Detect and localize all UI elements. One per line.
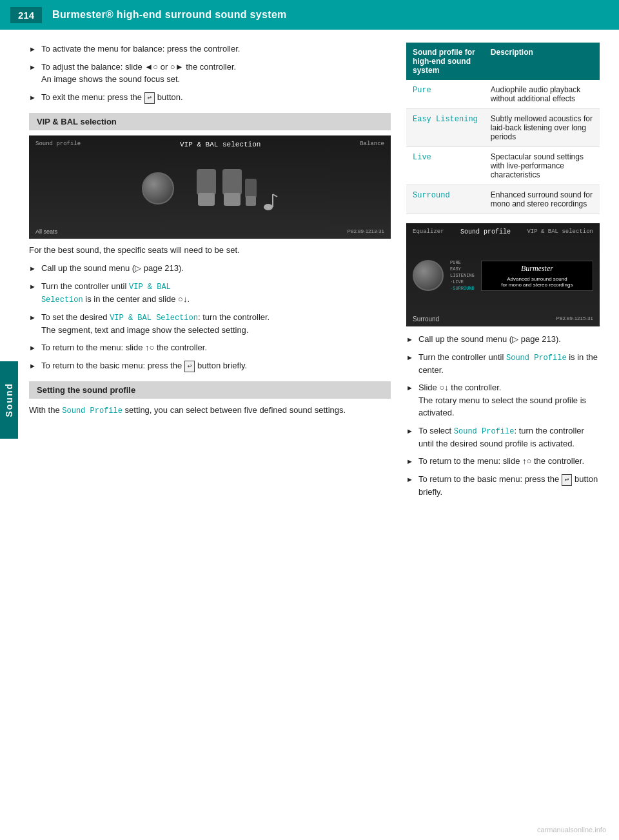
bullet-item: ► To return to the menu: slide ↑○ the co… (29, 341, 391, 354)
vip-bal-section-title: VIP & BAL selection (29, 113, 391, 130)
bullet-item: ► To adjust the balance: slide ◄○ or ○► … (29, 61, 391, 86)
right-column: Sound profile forhigh-end soundsystem De… (406, 43, 600, 504)
sp-menu: PURE EASY LISTENING ·LIVE ·SURROUND (450, 260, 475, 291)
sound-profile-table: Sound profile forhigh-end soundsystem De… (406, 43, 600, 214)
sp-desc: Advanced surround soundfor mono and ster… (487, 276, 587, 288)
bullet-arrow: ► (29, 343, 36, 354)
profile-desc-surround: Enhanced surround sound for mono and ste… (484, 185, 600, 214)
sp-menu-easy: EASY (450, 266, 475, 272)
bullet-text: To return to the basic menu: press the ↩… (41, 359, 391, 373)
vip-ref: P82.89-1213-31 (348, 228, 384, 235)
profile-name-surround: Surround (413, 191, 450, 200)
bullet-item: ► Slide ○↓ the controller.The rotary men… (406, 381, 600, 419)
main-content: ► To activate the menu for balance: pres… (0, 30, 619, 517)
sp-body: PURE EASY LISTENING ·LIVE ·SURROUND Burm… (413, 235, 593, 315)
bullet-text: To exit the menu: press the ↩ button. (41, 91, 391, 105)
sound-profile-mono: Sound Profile (62, 406, 123, 415)
svg-rect-1 (198, 193, 215, 206)
bullet-arrow: ► (406, 352, 413, 377)
svg-rect-0 (197, 169, 216, 195)
profile-desc-easy: Subtly mellowed acoustics for laid-back … (484, 109, 600, 147)
sp-menu-live: ·LIVE (450, 279, 475, 285)
profile-desc-pure: Audiophile audio playback without additi… (484, 80, 600, 109)
bullet-arrow: ► (29, 281, 36, 306)
bullet-arrow: ► (29, 62, 36, 86)
sp-text-box: Burmester Advanced surround soundfor mon… (481, 261, 593, 291)
sp-vip-label: VIP & BAL selection (527, 228, 593, 235)
svg-line-8 (273, 194, 277, 197)
body-text-seats: For the best sound, the specific seats w… (29, 244, 391, 257)
bullet-text: To adjust the balance: slide ◄○ or ○► th… (41, 61, 391, 86)
bullet-arrow: ► (406, 334, 413, 346)
vip-label-sound: Sound profile (35, 141, 81, 148)
sp-footer-label: Surround (413, 315, 439, 323)
sp-center-title: Sound profile (460, 228, 511, 235)
table-header-description: Description (484, 43, 600, 80)
bullet-text: Slide ○↓ the controller.The rotary menu … (418, 381, 600, 419)
header-bar: 214 Burmester® high-end surround sound s… (0, 0, 619, 30)
table-row: Live Spectacular sound settings with liv… (406, 147, 600, 185)
bullet-arrow: ► (29, 361, 36, 373)
profile-desc-live: Spectacular sound settings with live-per… (484, 147, 600, 185)
footer-watermark: carmanualsonline.info (537, 826, 606, 834)
left-column: ► To activate the menu for balance: pres… (29, 43, 391, 504)
vip-knob (142, 172, 174, 205)
bullet-text: Call up the sound menu (▷ page 213). (41, 262, 391, 275)
side-tab-label: Sound (4, 383, 14, 417)
sp-menu-listening: LISTENING (450, 273, 475, 278)
bullet-text: Call up the sound menu (▷ page 213). (418, 333, 600, 346)
bullet-item: ► Turn the controller until Sound Profil… (406, 351, 600, 377)
bullet-arrow: ► (406, 426, 413, 450)
vip-all-seats-label: All seats (35, 228, 57, 235)
vip-bal-image: Sound profile VIP & BAL selection Balanc… (29, 135, 391, 239)
table-row: Easy Listening Subtly mellowed acoustics… (406, 109, 600, 147)
svg-rect-2 (222, 169, 242, 195)
header-title: Burmester® high-end surround sound syste… (52, 9, 287, 21)
bullet-item: ► Call up the sound menu (▷ page 213). (406, 333, 600, 346)
bullet-text: To set the desired VIP & BAL Selection: … (41, 311, 391, 337)
sound-profile-image: Equalizer Sound profile VIP & BAL select… (406, 223, 600, 326)
bullet-text: Turn the controller until VIP & BALSelec… (41, 280, 391, 306)
bullet-arrow: ► (406, 456, 413, 468)
bullet-arrow: ► (406, 383, 413, 419)
seats-svg (193, 166, 258, 211)
bullet-arrow: ► (29, 92, 36, 105)
bullet-item: ► To set the desired VIP & BAL Selection… (29, 311, 391, 337)
bullet-text: To select Sound Profile: turn the contro… (418, 425, 600, 450)
setting-section-title: Setting the sound profile (29, 381, 391, 399)
bullet-text: To activate the menu for balance: press … (41, 43, 391, 55)
sp-logo: Burmester (487, 264, 587, 274)
setting-body-text: With the Sound Profile setting, you can … (29, 404, 391, 417)
bullet-text: Turn the controller until Sound Profile … (418, 351, 600, 377)
bullet-text: To return to the basic menu: press the ↩… (418, 473, 600, 499)
table-header-profile: Sound profile forhigh-end soundsystem (406, 43, 484, 80)
sp-knob (413, 260, 444, 291)
vip-label-balance: Balance (360, 141, 384, 148)
vip-image-center-title: VIP & BAL selection (180, 141, 260, 148)
bullet-arrow: ► (29, 312, 36, 337)
sp-menu-surround: ·SURROUND (450, 286, 475, 291)
bullet-item: ► Call up the sound menu (▷ page 213). (29, 262, 391, 275)
vip-image-footer: All seats P82.89-1213-31 (35, 228, 384, 235)
bullet-item: ► To return to the menu: slide ↑○ the co… (406, 455, 600, 468)
sp-menu-pure: PURE (450, 260, 475, 265)
sp-equalizer-label: Equalizer (413, 228, 444, 235)
bullet-arrow: ► (406, 474, 413, 499)
bullet-item: ► To return to the basic menu: press the… (406, 473, 600, 499)
bullet-text: To return to the menu: slide ↑○ the cont… (418, 455, 600, 468)
bullet-item: ► To select Sound Profile: turn the cont… (406, 425, 600, 450)
profile-name-live: Live (413, 153, 431, 162)
sp-ref: P82.89-1215-31 (556, 315, 593, 323)
bullet-arrow: ► (29, 44, 36, 55)
svg-rect-5 (246, 196, 256, 206)
bullet-arrow: ► (29, 263, 36, 275)
vip-image-body (142, 148, 279, 228)
page-number: 214 (10, 7, 42, 23)
table-row: Pure Audiophile audio playback without a… (406, 80, 600, 109)
vip-seats (193, 166, 279, 211)
music-note-icon (263, 192, 279, 211)
bullet-item: ► To activate the menu for balance: pres… (29, 43, 391, 55)
table-row: Surround Enhanced surround sound for mon… (406, 185, 600, 214)
profile-name-pure: Pure (413, 86, 431, 95)
svg-rect-4 (245, 179, 257, 198)
